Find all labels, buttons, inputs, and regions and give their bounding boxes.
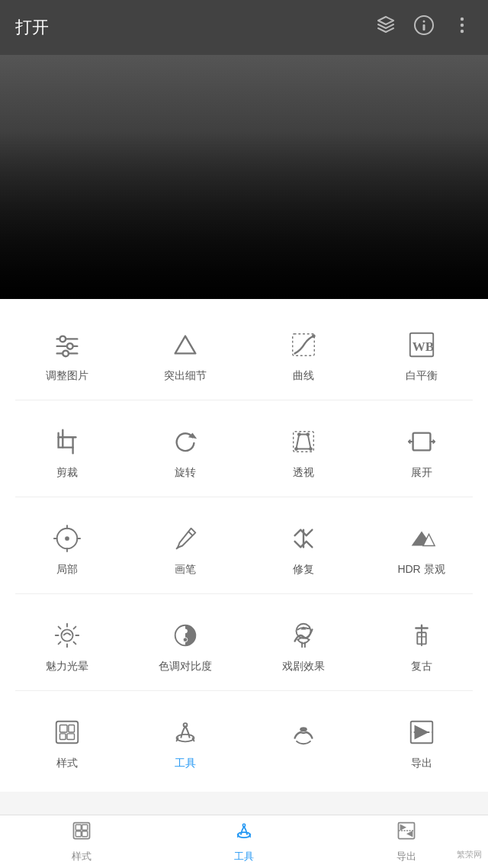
glamour-icon xyxy=(49,617,85,654)
svg-rect-65 xyxy=(75,831,81,837)
adjust-label: 调整图片 xyxy=(46,369,88,383)
hdr-label: HDR 景观 xyxy=(397,563,445,577)
perspective-label: 透视 xyxy=(293,466,314,480)
tools-label: 工具 xyxy=(175,757,196,770)
more-icon[interactable] xyxy=(451,14,473,40)
tool-vintage[interactable]: 复古 xyxy=(372,611,471,680)
nav-export-label: 导出 xyxy=(396,850,416,863)
svg-line-42 xyxy=(58,642,60,645)
layers-icon[interactable] xyxy=(375,14,396,40)
style-icon xyxy=(49,714,85,751)
tool-adjust[interactable]: 调整图片 xyxy=(18,320,117,389)
hdr-icon xyxy=(403,520,440,557)
svg-point-9 xyxy=(67,343,73,349)
drama-icon xyxy=(285,617,322,654)
tools-row-4: 魅力光晕 色调对比度 xyxy=(0,597,488,687)
export-label: 导出 xyxy=(411,757,432,770)
tonect-icon xyxy=(167,617,204,654)
divider-4 xyxy=(15,690,473,691)
nav-tools[interactable]: 工具 xyxy=(162,820,325,863)
tool-tools-active[interactable]: 工具 xyxy=(136,708,235,776)
tools-row-5: 样式 工具 xyxy=(0,694,488,784)
svg-point-55 xyxy=(176,735,194,742)
nav-export-icon xyxy=(396,820,417,847)
expand-icon xyxy=(403,423,440,460)
tools-icon xyxy=(167,714,204,751)
nav-tools-icon xyxy=(233,820,255,847)
tools-area: 调整图片 突出细节 曲线 xyxy=(0,299,488,792)
tonect-label: 色调对比度 xyxy=(159,660,212,674)
export-icon xyxy=(403,714,440,751)
svg-rect-66 xyxy=(82,831,87,837)
svg-line-39 xyxy=(58,627,60,629)
bottom-nav: 样式 工具 导出 xyxy=(0,815,488,868)
adjust-icon xyxy=(49,326,85,363)
svg-marker-73 xyxy=(400,825,406,831)
brush-label: 画笔 xyxy=(175,563,196,577)
tool-portrait[interactable] xyxy=(254,708,353,776)
detail-label: 突出细节 xyxy=(164,369,207,383)
expand-label: 展开 xyxy=(411,466,432,480)
svg-marker-74 xyxy=(406,831,413,837)
glamour-label: 魅力光晕 xyxy=(46,660,88,674)
svg-rect-52 xyxy=(68,725,74,733)
tool-heal[interactable]: 修复 xyxy=(254,514,353,583)
header-actions xyxy=(375,14,473,40)
tool-drama[interactable]: 戏剧效果 xyxy=(254,611,353,680)
tool-hdr[interactable]: HDR 景观 xyxy=(372,514,471,583)
tools-row-3: 局部 画笔 修复 xyxy=(0,500,488,590)
crop-icon xyxy=(49,423,85,460)
tool-crop[interactable]: 剪裁 xyxy=(18,417,117,486)
header-title: 打开 xyxy=(15,16,49,39)
info-icon[interactable] xyxy=(413,14,435,40)
svg-point-5 xyxy=(461,30,464,33)
svg-point-3 xyxy=(461,18,464,21)
tool-brush[interactable]: 画笔 xyxy=(136,514,235,583)
svg-rect-24 xyxy=(413,433,430,451)
nav-style-icon xyxy=(71,820,92,847)
divider-1 xyxy=(15,400,473,400)
svg-marker-61 xyxy=(414,725,429,740)
drama-label: 戏剧效果 xyxy=(282,660,325,674)
tool-wb[interactable]: WB 白平衡 xyxy=(372,320,471,389)
svg-point-21 xyxy=(306,432,310,436)
tool-curve[interactable]: 曲线 xyxy=(254,320,353,389)
tool-expand[interactable]: 展开 xyxy=(372,417,471,486)
curve-label: 曲线 xyxy=(293,369,314,383)
svg-rect-2 xyxy=(423,24,425,31)
detail-icon xyxy=(167,326,204,363)
tool-style[interactable]: 样式 xyxy=(18,708,117,776)
svg-point-11 xyxy=(63,351,69,357)
tools-row-1: 调整图片 突出细节 曲线 xyxy=(0,307,488,397)
nav-style[interactable]: 样式 xyxy=(0,820,162,863)
tool-tonect[interactable]: 色调对比度 xyxy=(136,611,235,680)
svg-rect-51 xyxy=(59,725,67,733)
local-label: 局部 xyxy=(56,563,78,577)
svg-line-40 xyxy=(73,642,75,645)
svg-rect-63 xyxy=(75,825,81,830)
portrait-icon xyxy=(285,714,322,751)
tool-export[interactable]: 导出 xyxy=(372,708,471,776)
rotate-label: 旋转 xyxy=(175,466,196,480)
tool-perspective[interactable]: 透视 xyxy=(254,417,353,486)
tool-detail[interactable]: 突出细节 xyxy=(136,320,235,389)
tool-glamour[interactable]: 魅力光晕 xyxy=(18,611,117,680)
svg-rect-53 xyxy=(59,734,66,740)
svg-point-7 xyxy=(59,336,66,342)
svg-marker-19 xyxy=(296,435,310,449)
nav-tools-label: 工具 xyxy=(234,850,254,863)
svg-point-59 xyxy=(300,727,307,731)
rotate-icon xyxy=(167,423,204,460)
svg-point-1 xyxy=(423,21,425,23)
divider-3 xyxy=(15,593,473,594)
image-figure xyxy=(0,131,488,299)
divider-2 xyxy=(15,497,473,497)
heal-icon xyxy=(285,520,322,557)
svg-point-34 xyxy=(61,629,72,641)
image-preview xyxy=(0,55,488,299)
tool-rotate[interactable]: 旋转 xyxy=(136,417,235,486)
svg-point-14 xyxy=(311,334,315,338)
app-header: 打开 xyxy=(0,0,488,55)
wb-label: 白平衡 xyxy=(406,369,438,383)
tool-local[interactable]: 局部 xyxy=(18,514,117,583)
